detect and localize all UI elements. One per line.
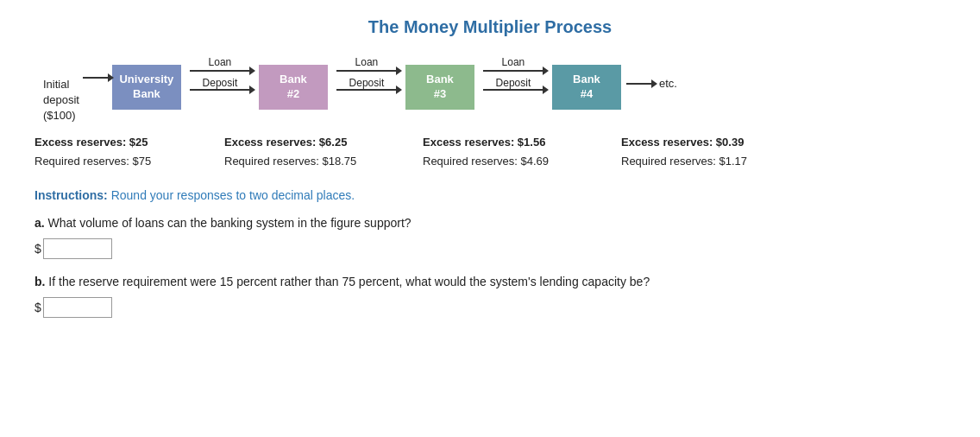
instructions-text: Round your responses to two decimal plac… bbox=[108, 188, 355, 202]
bank-box-2: Bank #2 bbox=[259, 65, 328, 110]
initial-deposit-label: Initial deposit ($100) bbox=[43, 77, 79, 124]
etc-section: etc. bbox=[626, 77, 677, 90]
question-a: a. What volume of loans can the banking … bbox=[35, 216, 945, 230]
connector-1: Loan Deposit bbox=[181, 56, 259, 91]
answer-a-input[interactable] bbox=[43, 238, 112, 259]
etc-label: etc. bbox=[659, 77, 677, 90]
money-multiplier-diagram: Initial deposit ($100) University Bank L… bbox=[35, 53, 945, 124]
deposit-label-3: Deposit bbox=[496, 77, 531, 89]
required-0: Required reserves: $75 bbox=[35, 152, 224, 171]
reserve-col-0: Excess reserves: $25 Required reserves: … bbox=[35, 133, 224, 171]
dollar-sign-b: $ bbox=[35, 301, 41, 314]
deposit-label-1: Deposit bbox=[203, 77, 238, 89]
excess-1: Excess reserves: $6.25 bbox=[224, 136, 347, 149]
reserve-col-2: Excess reserves: $1.56 Required reserves… bbox=[423, 133, 621, 171]
reserve-col-3: Excess reserves: $0.39 Required reserves… bbox=[621, 133, 820, 171]
required-1: Required reserves: $18.75 bbox=[224, 152, 423, 171]
reserves-section: Excess reserves: $25 Required reserves: … bbox=[35, 133, 945, 171]
page-title: The Money Multiplier Process bbox=[35, 17, 945, 37]
question-b-label: b. bbox=[35, 275, 45, 288]
instructions: Instructions: Round your responses to tw… bbox=[35, 188, 945, 202]
loan-label-3: Loan bbox=[502, 56, 525, 68]
bank-box-4: Bank #4 bbox=[552, 65, 621, 110]
question-b-text: If the reserve requirement were 15 perce… bbox=[45, 275, 650, 288]
bank-unit-2: Bank #2 bbox=[259, 65, 328, 110]
instructions-label: Instructions: bbox=[35, 188, 108, 202]
question-a-text: What volume of loans can the banking sys… bbox=[45, 216, 411, 230]
bank-box-3: Bank #3 bbox=[405, 65, 474, 110]
loan-label-2: Loan bbox=[355, 56, 379, 68]
deposit-label-2: Deposit bbox=[349, 77, 385, 89]
required-2: Required reserves: $4.69 bbox=[423, 152, 621, 171]
answer-b-row: $ bbox=[35, 297, 945, 318]
dollar-sign-a: $ bbox=[35, 242, 41, 256]
excess-2: Excess reserves: $1.56 bbox=[423, 136, 545, 149]
initial-arrow bbox=[83, 77, 109, 79]
loan-label-1: Loan bbox=[209, 56, 232, 68]
bank-box-university: University Bank bbox=[112, 65, 181, 110]
question-a-label: a. bbox=[35, 216, 45, 230]
answer-a-row: $ bbox=[35, 238, 945, 259]
answer-b-input[interactable] bbox=[43, 297, 112, 318]
required-3: Required reserves: $1.17 bbox=[621, 152, 820, 171]
bank-unit-university: University Bank bbox=[112, 65, 181, 110]
connector-2: Loan Deposit bbox=[328, 56, 405, 91]
bank-unit-3: Bank #3 bbox=[405, 65, 474, 110]
question-b: b. If the reserve requirement were 15 pe… bbox=[35, 275, 945, 288]
bank-unit-4: Bank #4 bbox=[552, 65, 621, 110]
excess-3: Excess reserves: $0.39 bbox=[621, 136, 744, 149]
connector-3: Loan Deposit bbox=[474, 56, 552, 91]
reserve-col-1: Excess reserves: $6.25 Required reserves… bbox=[224, 133, 423, 171]
excess-0: Excess reserves: $25 bbox=[35, 136, 148, 149]
